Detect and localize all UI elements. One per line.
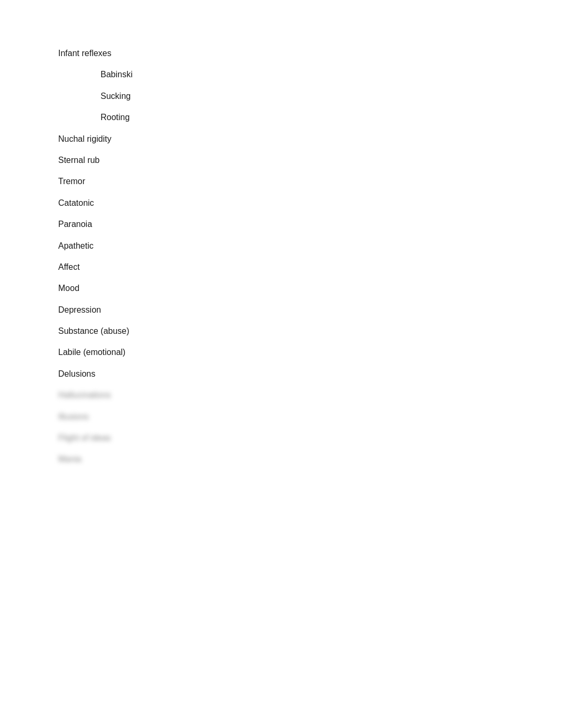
list-item-blurred-1[interactable]: Hallucinations — [58, 389, 562, 401]
list-item-sternal-rub[interactable]: Sternal rub — [58, 154, 562, 166]
list-item-apathetic[interactable]: Apathetic — [58, 240, 562, 252]
list-item-affect[interactable]: Affect — [58, 261, 562, 273]
list-item-blurred-3[interactable]: Flight of ideas — [58, 432, 562, 444]
list-item-infant-reflexes[interactable]: Infant reflexes — [58, 48, 562, 59]
main-content: Infant reflexesBabinskiSuckingRootingNuc… — [0, 0, 562, 466]
list-item-catatonic[interactable]: Catatonic — [58, 197, 562, 209]
list-item-rooting[interactable]: Rooting — [101, 112, 562, 123]
list-item-delusions[interactable]: Delusions — [58, 368, 562, 380]
list-item-labile-emotional[interactable]: Labile (emotional) — [58, 347, 562, 358]
list-item-mood[interactable]: Mood — [58, 283, 562, 294]
list-item-depression[interactable]: Depression — [58, 304, 562, 316]
list-item-blurred-2[interactable]: Illusions — [58, 411, 562, 423]
list-item-substance-abuse[interactable]: Substance (abuse) — [58, 325, 562, 337]
list-item-sucking[interactable]: Sucking — [101, 90, 562, 102]
list-item-tremor[interactable]: Tremor — [58, 176, 562, 187]
list-item-blurred-4[interactable]: Mania — [58, 453, 562, 465]
list-item-nuchal-rigidity[interactable]: Nuchal rigidity — [58, 133, 562, 145]
list-item-babinski[interactable]: Babinski — [101, 69, 562, 80]
list-item-paranoia[interactable]: Paranoia — [58, 219, 562, 230]
